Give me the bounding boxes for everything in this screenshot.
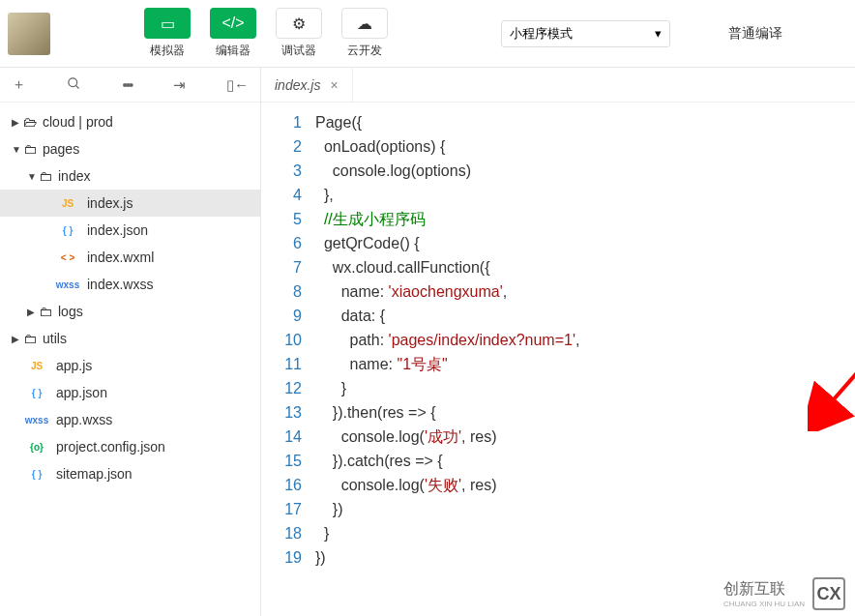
tab-index-js[interactable]: index.js ×: [261, 68, 353, 103]
json-badge-icon: { }: [23, 388, 50, 398]
split-icon[interactable]: ▯←: [226, 76, 249, 94]
tab-label: index.js: [275, 77, 320, 93]
tree-file-app-js[interactable]: JSapp.js: [0, 352, 260, 379]
tree-label: sitemap.json: [56, 466, 133, 482]
debugger-label: 调试器: [281, 43, 316, 59]
tree-label: index.wxss: [87, 277, 153, 292]
editor-pane: index.js × 1 2 3 4 5 6 7 8 9 10 11 12 13…: [261, 68, 855, 616]
tree-folder-cloud[interactable]: ▶🗁cloud | prod: [0, 108, 260, 135]
tree-file-index-wxml[interactable]: < >index.wxml: [0, 244, 260, 271]
svg-point-0: [69, 77, 77, 86]
editor-label: 编辑器: [216, 43, 251, 59]
tree-label: index.json: [87, 222, 148, 238]
folder-cloud-icon: 🗁: [23, 114, 37, 130]
tree-file-project-config[interactable]: {o}project.config.json: [0, 433, 260, 460]
js-badge-icon: JS: [54, 198, 81, 209]
tree-folder-logs[interactable]: ▶🗀logs: [0, 298, 260, 325]
top-toolbar: ▭ 模拟器 </> 编辑器 ⚙ 调试器 ☁ 云开发 小程序模式 ▾ 普通编译: [0, 0, 855, 68]
tree-file-index-wxss[interactable]: wxssindex.wxss: [0, 271, 260, 298]
tool-group: ▭ 模拟器 </> 编辑器 ⚙ 调试器 ☁ 云开发: [137, 8, 395, 59]
tree-label: logs: [58, 304, 83, 319]
mode-select[interactable]: 小程序模式 ▾: [501, 20, 670, 47]
tree-file-sitemap[interactable]: { }sitemap.json: [0, 460, 260, 487]
more-icon[interactable]: •••: [123, 76, 133, 93]
sidebar: ＋ ••• ⇥ ▯← ▶🗁cloud | prod ▼🗀pages ▼🗀inde…: [0, 68, 261, 616]
tree-label: app.wxss: [56, 412, 112, 427]
editor-button[interactable]: </> 编辑器: [203, 8, 263, 59]
tree-file-app-json[interactable]: { }app.json: [0, 379, 260, 406]
code-editor[interactable]: 1 2 3 4 5 6 7 8 9 10 11 12 13 14 15 16 1…: [261, 103, 855, 616]
line-number: 18: [261, 521, 302, 545]
compile-select[interactable]: 普通编译: [728, 25, 782, 43]
file-tree: ▶🗁cloud | prod ▼🗀pages ▼🗀index JSindex.j…: [0, 103, 260, 487]
watermark: 创新互联 CHUANG XIN HU LIAN CX: [723, 577, 845, 610]
watermark-sub: CHUANG XIN HU LIAN: [723, 600, 805, 608]
project-avatar[interactable]: [8, 13, 50, 55]
tree-label: index.js: [87, 195, 133, 211]
line-number: 19: [261, 545, 302, 570]
tree-label: app.js: [56, 358, 92, 373]
cloud-button[interactable]: ☁ 云开发: [335, 8, 395, 59]
collapse-icon[interactable]: ⇥: [173, 76, 186, 94]
cloud-icon: ☁: [341, 8, 388, 39]
tree-folder-pages[interactable]: ▼🗀pages: [0, 135, 260, 162]
debugger-button[interactable]: ⚙ 调试器: [269, 8, 329, 59]
simulator-label: 模拟器: [150, 43, 185, 59]
config-badge-icon: {o}: [23, 442, 50, 453]
line-number: 2: [261, 134, 302, 159]
editor-tabs: index.js ×: [261, 68, 855, 103]
tree-folder-utils[interactable]: ▶🗀utils: [0, 325, 260, 352]
tree-label: index: [58, 168, 90, 184]
line-number: 3: [261, 159, 302, 183]
sidebar-toolbar: ＋ ••• ⇥ ▯←: [0, 68, 260, 103]
watermark-logo: CX: [812, 577, 845, 610]
add-icon[interactable]: ＋: [12, 75, 26, 94]
line-gutter: 1 2 3 4 5 6 7 8 9 10 11 12 13 14 15 16 1…: [261, 110, 315, 616]
settings-icon: ⚙: [276, 8, 322, 39]
line-number: 4: [261, 183, 302, 207]
tree-file-index-json[interactable]: { }index.json: [0, 217, 260, 244]
tree-file-index-js[interactable]: JSindex.js: [0, 190, 260, 217]
line-number: 12: [261, 376, 302, 400]
line-number: 11: [261, 352, 302, 376]
wxml-badge-icon: < >: [54, 252, 81, 263]
line-number: 1: [261, 110, 302, 134]
folder-icon: 🗀: [23, 141, 37, 157]
cloud-label: 云开发: [347, 43, 382, 59]
tree-label: index.wxml: [87, 249, 154, 265]
tree-label: app.json: [56, 385, 107, 400]
line-number: 15: [261, 449, 302, 473]
simulator-button[interactable]: ▭ 模拟器: [137, 8, 197, 59]
line-number: 10: [261, 328, 302, 352]
code-icon: </>: [210, 8, 256, 39]
close-icon[interactable]: ×: [330, 77, 338, 93]
tree-file-app-wxss[interactable]: wxssapp.wxss: [0, 406, 260, 433]
line-number: 8: [261, 279, 302, 304]
line-number: 7: [261, 255, 302, 279]
wxss-badge-icon: wxss: [54, 279, 81, 290]
tree-label: pages: [43, 141, 79, 157]
code-content: Page({ onLoad(options) { console.log(opt…: [315, 110, 855, 616]
json-badge-icon: { }: [23, 469, 50, 480]
tree-folder-index[interactable]: ▼🗀index: [0, 162, 260, 190]
json-badge-icon: { }: [54, 225, 81, 236]
line-number: 16: [261, 473, 302, 497]
watermark-text: 创新互联: [723, 579, 805, 600]
search-icon[interactable]: [67, 76, 81, 94]
tree-label: project.config.json: [56, 439, 165, 455]
line-number: 5: [261, 207, 302, 231]
line-number: 6: [261, 231, 302, 255]
line-number: 14: [261, 425, 302, 449]
js-badge-icon: JS: [23, 361, 50, 371]
folder-icon: 🗀: [39, 168, 52, 184]
tree-label: cloud | prod: [43, 114, 113, 130]
line-number: 17: [261, 497, 302, 521]
wxss-badge-icon: wxss: [23, 415, 50, 425]
chevron-down-icon: ▾: [655, 26, 662, 41]
tree-label: utils: [43, 331, 67, 346]
folder-icon: 🗀: [39, 304, 52, 319]
svg-line-1: [76, 85, 79, 88]
folder-icon: 🗀: [23, 331, 37, 346]
line-number: 13: [261, 400, 302, 425]
phone-icon: ▭: [144, 8, 191, 39]
